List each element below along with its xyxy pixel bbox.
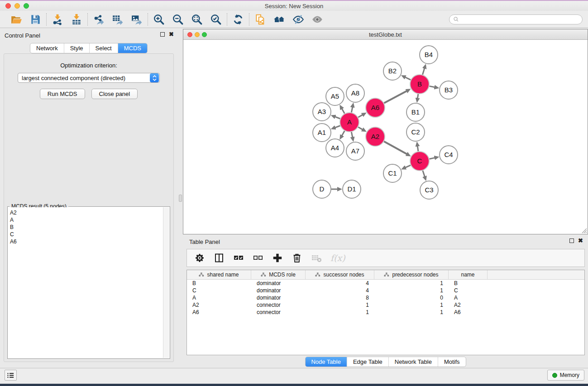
resize-grip-icon[interactable] <box>581 227 587 234</box>
task-history-button[interactable] <box>5 370 17 381</box>
memory-button[interactable]: Memory <box>547 370 584 381</box>
edge-A-A7[interactable] <box>351 132 352 138</box>
graph-node-C2[interactable]: C2 <box>406 123 425 141</box>
close-panel-icon[interactable]: ✖ <box>169 32 174 37</box>
graph-node-A7[interactable]: A7 <box>346 142 364 160</box>
tab-network[interactable]: Network <box>30 43 64 53</box>
tab-network-table[interactable]: Network Table <box>388 357 438 367</box>
edge-A6-B[interactable] <box>384 91 406 103</box>
edge-A-A5[interactable] <box>342 109 344 114</box>
result-list-item[interactable]: A6 <box>10 238 161 245</box>
graph-node-A3[interactable]: A3 <box>313 103 331 121</box>
select-all-button[interactable] <box>233 252 244 264</box>
search-box[interactable] <box>449 14 583 24</box>
edge-C-C1[interactable] <box>405 165 411 167</box>
zoom-out-button[interactable] <box>172 13 184 26</box>
graph-node-A2[interactable]: A2 <box>366 127 385 146</box>
result-scrollbar[interactable] <box>163 207 169 358</box>
export-network-button[interactable] <box>92 13 105 26</box>
edge-B-B3[interactable] <box>430 86 435 87</box>
save-button[interactable] <box>29 13 42 26</box>
edge-B-B2[interactable] <box>405 77 411 80</box>
tab-mcds[interactable]: MCDS <box>118 43 147 53</box>
table-row[interactable]: Cdominator41C <box>187 287 584 294</box>
result-list-item[interactable]: A2 <box>10 209 161 216</box>
export-table-button[interactable] <box>111 13 124 26</box>
edge-A-A8[interactable] <box>351 107 352 112</box>
graph-node-B4[interactable]: B4 <box>420 46 438 64</box>
search-input[interactable] <box>461 16 578 23</box>
edge-C-C2[interactable] <box>417 146 418 152</box>
hide-selected-button[interactable] <box>292 13 305 26</box>
network-from-selection-button[interactable] <box>254 13 267 26</box>
table-row[interactable]: A2connector11A2 <box>187 301 584 309</box>
graph-node-A5[interactable]: A5 <box>326 87 344 105</box>
delete-column-button[interactable] <box>292 252 302 264</box>
column-header-predecessor-nodes[interactable]: predecessor nodes <box>374 270 449 279</box>
result-list-item[interactable]: B <box>10 224 161 231</box>
graph-node-A1[interactable]: A1 <box>313 124 331 142</box>
column-layout-button[interactable] <box>214 252 225 264</box>
table-row[interactable]: Bdominator41B <box>187 280 584 287</box>
tab-style[interactable]: Style <box>64 43 89 53</box>
graph-node-B3[interactable]: B3 <box>440 81 458 99</box>
edge-A2-C[interactable] <box>384 142 407 154</box>
graph-node-C[interactable]: C <box>410 152 429 171</box>
column-header-shared-name[interactable]: shared name <box>187 270 251 279</box>
graph-node-D1[interactable]: D1 <box>343 180 361 198</box>
column-header-successor-nodes[interactable]: successor nodes <box>306 270 374 279</box>
tab-select[interactable]: Select <box>89 43 118 53</box>
add-column-button[interactable] <box>272 252 283 264</box>
graph-node-D[interactable]: D <box>313 180 331 198</box>
network-graph[interactable]: B4B2BB3A8A5A6A3B1AC2A1A2A4A7C4CC1C3DD1 <box>183 40 588 234</box>
edge-C-C3[interactable] <box>423 171 425 177</box>
column-header-MCDS-role[interactable]: MCDS role <box>251 270 306 279</box>
result-list-item[interactable]: A <box>10 216 161 224</box>
tab-edge-table[interactable]: Edge Table <box>347 357 388 367</box>
open-folder-button[interactable] <box>10 13 23 26</box>
node-table[interactable]: shared nameMCDS rolesuccessor nodesprede… <box>186 270 585 355</box>
close-panel-button[interactable]: Close panel <box>91 89 138 99</box>
graph-node-B[interactable]: B <box>410 75 429 94</box>
table-row[interactable]: Adominator80A <box>187 294 584 301</box>
float-panel-icon[interactable] <box>160 32 165 37</box>
import-network-button[interactable] <box>51 13 64 26</box>
tab-motifs[interactable]: Motifs <box>438 357 466 367</box>
graph-node-B2[interactable]: B2 <box>383 62 402 80</box>
zoom-in-button[interactable] <box>153 13 165 26</box>
float-table-panel-icon[interactable] <box>569 238 574 243</box>
network-window-titlebar[interactable]: testGlobe.txt <box>183 29 588 40</box>
first-neighbors-button[interactable] <box>273 13 286 26</box>
run-mcds-button[interactable]: Run MCDS <box>40 89 85 99</box>
tab-node-table[interactable]: Node Table <box>305 357 347 367</box>
graph-node-B1[interactable]: B1 <box>406 103 425 121</box>
edge-B-B4[interactable] <box>422 68 424 75</box>
zoom-selected-button[interactable] <box>210 13 222 26</box>
mcds-result-list[interactable]: A2ABCA6 <box>8 207 163 358</box>
edge-A-A6[interactable] <box>358 115 363 118</box>
table-row[interactable]: A6connector11A6 <box>187 309 584 316</box>
graph-node-C3[interactable]: C3 <box>420 181 438 199</box>
vertical-splitter-handle[interactable] <box>179 195 182 202</box>
edge-A-A4[interactable] <box>342 131 344 136</box>
optimization-criterion-select[interactable]: largest connected component (directed) <box>18 73 160 83</box>
graph-node-C4[interactable]: C4 <box>440 146 458 164</box>
graph-node-A8[interactable]: A8 <box>346 84 364 102</box>
graph-node-A[interactable]: A <box>340 113 359 132</box>
graph-node-A4[interactable]: A4 <box>326 139 344 157</box>
show-all-button[interactable] <box>311 13 324 26</box>
settings-gear-button[interactable] <box>194 252 205 264</box>
edge-A-A2[interactable] <box>358 127 363 130</box>
refresh-button[interactable] <box>232 13 244 26</box>
import-table-button[interactable] <box>70 13 83 26</box>
zoom-fit-button[interactable] <box>191 13 203 26</box>
close-table-panel-icon[interactable]: ✖ <box>578 238 583 243</box>
edge-A-A1[interactable] <box>335 126 340 128</box>
deselect-all-button[interactable] <box>253 252 263 264</box>
result-list-item[interactable]: C <box>10 231 161 238</box>
edge-C-C4[interactable] <box>429 158 435 159</box>
graph-node-A6[interactable]: A6 <box>366 98 385 117</box>
edge-A-A3[interactable] <box>335 117 340 119</box>
export-image-button[interactable] <box>130 13 143 26</box>
column-header-name[interactable]: name <box>449 270 488 279</box>
